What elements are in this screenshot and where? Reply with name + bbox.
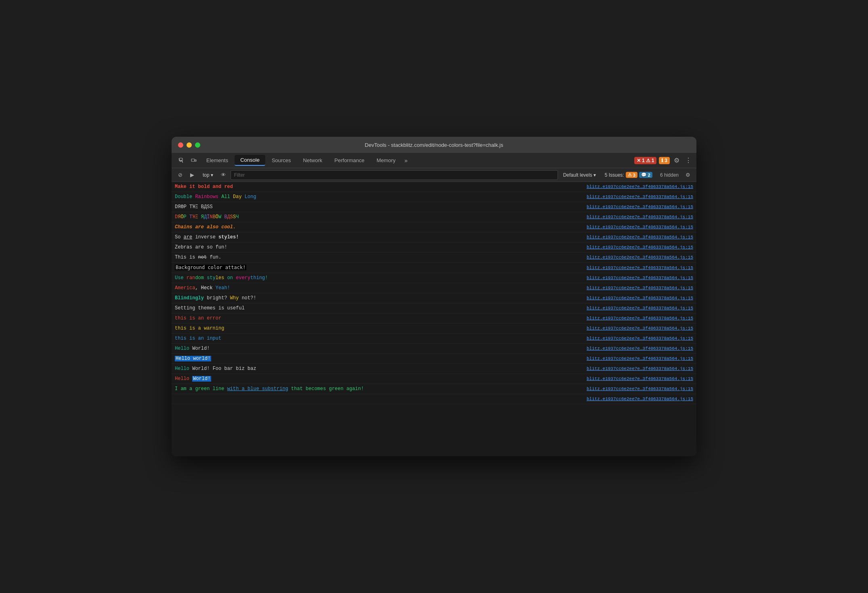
console-row: Double Rainbows All Day Long blitz.e1937…	[172, 192, 696, 202]
eye-icon[interactable]: 👁	[218, 170, 229, 180]
console-message: So are inverse styles!	[175, 234, 580, 241]
console-row: Chains are also cool. blitz.e1937cc6e2ee…	[172, 222, 696, 232]
tabs-right: ✕ 1 ⚠ 1 ℹ 3 ⚙ ⋮	[634, 155, 693, 166]
default-levels-button[interactable]: Default levels ▾	[560, 171, 600, 179]
console-source[interactable]: blitz.e1937cc6e2ee7e…3f4063378a564.js:15	[587, 205, 693, 209]
console-row: Make it bold and red blitz.e1937cc6e2ee7…	[172, 182, 696, 192]
dropdown-icon: ▾	[211, 172, 213, 178]
console-source[interactable]: blitz.e1937cc6e2ee7e…3f4063378a564.js:15	[587, 346, 693, 351]
console-message: this is an input	[175, 335, 580, 342]
console-row: this is an input blitz.e1937cc6e2ee7e…3f…	[172, 334, 696, 344]
hidden-count: 6 hidden	[658, 171, 681, 179]
console-message: Setting themes is useful	[175, 305, 580, 312]
issues-msg-badge: 💬 2	[639, 172, 652, 178]
console-source[interactable]: blitz.e1937cc6e2ee7e…3f4063378a564.js:15	[587, 225, 693, 230]
top-label: top	[203, 172, 210, 178]
console-source[interactable]: blitz.e1937cc6e2ee7e…3f4063378a564.js:15	[587, 376, 693, 381]
console-source[interactable]: blitz.e1937cc6e2ee7e…3f4063378a564.js:15	[587, 276, 693, 280]
tabs-bar: Elements Console Sources Network Perform…	[172, 153, 696, 168]
console-row: Hello world! blitz.e1937cc6e2ee7e…3f4063…	[172, 354, 696, 364]
settings-icon2[interactable]: ⚙	[683, 170, 693, 180]
tab-console[interactable]: Console	[235, 155, 265, 166]
msg-icon: ℹ	[661, 158, 663, 163]
console-source[interactable]: blitz.e1937cc6e2ee7e…3f4063378a564.js:15	[587, 356, 693, 361]
console-source[interactable]: blitz.e1937cc6e2ee7e…3f4063378a564.js:15	[587, 336, 693, 341]
console-row: Hello World! blitz.e1937cc6e2ee7e…3f4063…	[172, 344, 696, 354]
error-icon: ✕	[637, 158, 641, 163]
more-tabs-icon[interactable]: »	[402, 157, 410, 164]
filter-input[interactable]	[231, 170, 558, 180]
console-source[interactable]: blitz.e1937cc6e2ee7e…3f4063378a564.js:15	[587, 386, 693, 391]
window-title: DevTools - stackblitz.com/edit/node-colo…	[365, 142, 503, 148]
console-message	[175, 395, 580, 403]
console-source[interactable]: blitz.e1937cc6e2ee7e…3f4063378a564.js:15	[587, 245, 693, 250]
settings-icon[interactable]: ⚙	[672, 155, 681, 166]
device-icon[interactable]	[188, 155, 200, 166]
console-message: Hello World!	[175, 345, 580, 352]
levels-dropdown-icon: ▾	[593, 172, 596, 178]
inspect-icon[interactable]	[175, 155, 187, 166]
error-count: 1	[642, 158, 645, 163]
console-source[interactable]: blitz.e1937cc6e2ee7e…3f4063378a564.js:15	[587, 316, 693, 321]
console-source[interactable]: blitz.e1937cc6e2ee7e…3f4063378a564.js:15	[587, 235, 693, 240]
console-message: America, Heck Yeah!	[175, 284, 580, 292]
clear-console-icon[interactable]: ⊘	[175, 170, 185, 180]
tab-performance[interactable]: Performance	[329, 155, 370, 165]
more-options-icon[interactable]: ⋮	[683, 155, 693, 166]
tab-network[interactable]: Network	[298, 155, 328, 165]
tab-memory[interactable]: Memory	[371, 155, 401, 165]
console-row: This is not fun. blitz.e1937cc6e2ee7e…3f…	[172, 253, 696, 263]
console-message: this is a warning	[175, 325, 580, 332]
tab-sources[interactable]: Sources	[266, 155, 297, 165]
minimize-button[interactable]	[187, 142, 192, 148]
msg-count: 3	[665, 158, 667, 163]
console-source[interactable]: blitz.e1937cc6e2ee7e…3f4063378a564.js:15	[587, 326, 693, 331]
console-source[interactable]: blitz.e1937cc6e2ee7e…3f4063378a564.js:15	[587, 265, 693, 270]
error-badge: ✕ 1 ⚠ 1	[634, 157, 656, 164]
console-source[interactable]: blitz.e1937cc6e2ee7e…3f4063378a564.js:15	[587, 286, 693, 290]
console-message: Double Rainbows All Day Long	[175, 193, 580, 200]
console-source[interactable]: blitz.e1937cc6e2ee7e…3f4063378a564.js:15	[587, 184, 693, 189]
console-source[interactable]: blitz.e1937cc6e2ee7e…3f4063378a564.js:15	[587, 215, 693, 219]
console-source[interactable]: blitz.e1937cc6e2ee7e…3f4063378a564.js:15	[587, 194, 693, 199]
console-message: this is an error	[175, 315, 580, 322]
issues-warn-badge: ⚠ 3	[626, 172, 637, 178]
warn-icon2: ⚠	[628, 172, 632, 177]
console-row: Blindingly bright? Why not?! blitz.e1937…	[172, 293, 696, 303]
warn-count: 1	[652, 158, 654, 163]
traffic-lights	[178, 142, 200, 148]
console-message: I am a green line with a blue substring …	[175, 385, 580, 393]
console-message: Zebras are so fun!	[175, 244, 580, 251]
console-source[interactable]: blitz.e1937cc6e2ee7e…3f4063378a564.js:15	[587, 397, 693, 401]
top-context-selector[interactable]: top ▾	[199, 171, 217, 179]
console-row: Hello World! Foo bar biz baz blitz.e1937…	[172, 364, 696, 374]
issues-msg-count: 2	[648, 173, 650, 177]
console-message: Blindingly bright? Why not?!	[175, 294, 580, 302]
console-row: Background color attack! blitz.e1937cc6e…	[172, 263, 696, 273]
tab-elements[interactable]: Elements	[201, 155, 234, 165]
console-message: Hello World! Foo bar biz baz	[175, 365, 580, 372]
console-row: Setting themes is useful blitz.e1937cc6e…	[172, 303, 696, 313]
console-message: Chains are also cool.	[175, 223, 580, 231]
console-source[interactable]: blitz.e1937cc6e2ee7e…3f4063378a564.js:15	[587, 366, 693, 371]
console-row: I am a green line with a blue substring …	[172, 384, 696, 394]
console-toolbar: ⊘ ▶ top ▾ 👁 Default levels ▾ 5 Issues: ⚠…	[172, 168, 696, 182]
console-source[interactable]: blitz.e1937cc6e2ee7e…3f4063378a564.js:15	[587, 296, 693, 301]
svg-rect-1	[191, 159, 195, 161]
msg-icon2: 💬	[641, 172, 647, 177]
console-source[interactable]: blitz.e1937cc6e2ee7e…3f4063378a564.js:15	[587, 306, 693, 311]
maximize-button[interactable]	[195, 142, 200, 148]
msg-badge: ℹ 3	[659, 157, 670, 164]
play-icon[interactable]: ▶	[187, 170, 197, 180]
console-row: Zebras are so fun! blitz.e1937cc6e2ee7e……	[172, 242, 696, 253]
issues-button[interactable]: 5 Issues: ⚠ 3 💬 2	[601, 171, 656, 179]
console-source[interactable]: blitz.e1937cc6e2ee7e…3f4063378a564.js:15	[587, 255, 693, 260]
close-button[interactable]	[178, 142, 183, 148]
console-output[interactable]: Make it bold and red blitz.e1937cc6e2ee7…	[172, 182, 696, 456]
levels-label: Default levels	[563, 172, 592, 178]
console-message: Background color attack!	[175, 264, 580, 271]
console-row: Hello World! blitz.e1937cc6e2ee7e…3f4063…	[172, 374, 696, 384]
console-row: Use random styles on everything! blitz.e…	[172, 273, 696, 283]
console-row: DЯӨP TΉΞ BДSS blitz.e1937cc6e2ee7e…3f406…	[172, 202, 696, 212]
console-message: Hello world!	[175, 355, 580, 362]
